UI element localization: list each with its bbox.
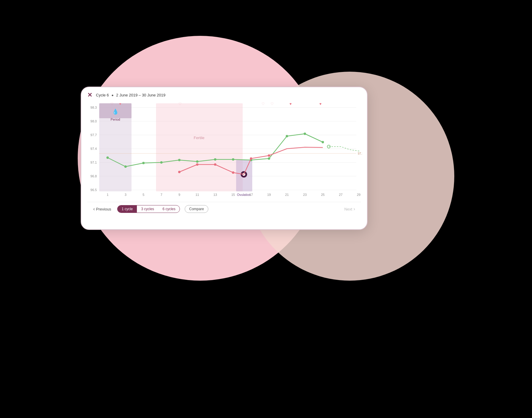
svg-text:15: 15 [231, 193, 235, 196]
svg-text:11: 11 [195, 193, 199, 196]
compare-button[interactable]: Compare [185, 205, 208, 213]
svg-text:29: 29 [357, 193, 360, 196]
next-button[interactable]: Next › [344, 206, 355, 212]
svg-point-47 [178, 171, 181, 173]
svg-text:96.8: 96.8 [91, 174, 97, 178]
svg-text:25: 25 [321, 193, 325, 196]
cycle-title: Cycle 6 2 June 2019 – 30 June 2019 [96, 93, 165, 97]
svg-text:Period: Period [111, 118, 120, 121]
svg-point-48 [196, 163, 198, 166]
chart-header: ✕ Cycle 6 2 June 2019 – 30 June 2019 [87, 92, 361, 98]
svg-text:Fertile: Fertile [194, 136, 204, 140]
svg-point-39 [214, 158, 216, 161]
svg-text:97.4: 97.4 [91, 147, 97, 150]
svg-text:98.3: 98.3 [91, 106, 97, 109]
cycle-dot [112, 95, 113, 96]
svg-text:♡: ♡ [110, 102, 114, 106]
previous-button[interactable]: ‹ Previous [93, 206, 111, 212]
svg-text:5: 5 [143, 193, 144, 196]
svg-text:💧: 💧 [112, 108, 119, 115]
nav-bar: ‹ Previous 1 cycle 3 cycles 6 cycles Com… [87, 202, 361, 216]
svg-rect-18 [156, 103, 243, 191]
svg-point-38 [196, 160, 198, 163]
svg-text:♡: ♡ [178, 102, 182, 106]
cycle-toggle-group: 1 cycle 3 cycles 6 cycles [117, 205, 180, 213]
cycle-6-button[interactable]: 6 cycles [158, 205, 180, 213]
svg-point-43 [286, 135, 288, 137]
svg-point-36 [160, 161, 163, 164]
svg-text:♥: ♥ [289, 102, 291, 106]
svg-point-42 [268, 157, 270, 160]
svg-point-52 [250, 157, 252, 160]
svg-text:♡: ♡ [270, 102, 274, 106]
svg-point-50 [232, 171, 234, 174]
svg-point-33 [106, 156, 109, 159]
svg-text:21: 21 [285, 193, 289, 196]
tablet-frame: ✕ Cycle 6 2 June 2019 – 30 June 2019 98.… [81, 87, 368, 230]
svg-point-34 [124, 165, 127, 168]
close-icon[interactable]: ✕ [87, 92, 92, 98]
chevron-left-icon: ‹ [93, 206, 95, 212]
chart-svg: 98.3 98.0 97.7 97.4 97.1 96.8 96.5 💧 Per… [87, 100, 362, 202]
svg-text:98.0: 98.0 [91, 119, 97, 123]
svg-point-37 [178, 159, 181, 161]
svg-point-45 [322, 141, 324, 143]
next-label: Next [344, 207, 352, 211]
chevron-right-icon: › [354, 206, 355, 212]
chart-container: ✕ Cycle 6 2 June 2019 – 30 June 2019 98.… [81, 87, 367, 229]
svg-point-35 [142, 162, 145, 164]
svg-text:97.37: 97.37 [358, 152, 362, 155]
svg-text:3: 3 [125, 193, 126, 196]
svg-text:19: 19 [267, 193, 271, 196]
previous-label: Previous [96, 207, 111, 211]
svg-text:97.7: 97.7 [91, 133, 97, 137]
svg-text:13: 13 [213, 193, 217, 196]
svg-point-49 [214, 163, 216, 166]
svg-text:17: 17 [249, 193, 253, 196]
svg-text:♥: ♥ [119, 102, 121, 106]
svg-point-53 [268, 154, 270, 157]
svg-text:7: 7 [160, 193, 162, 196]
svg-text:97.1: 97.1 [91, 161, 97, 164]
cycle-3-button[interactable]: 3 cycles [137, 205, 158, 213]
svg-point-40 [232, 158, 234, 161]
svg-text:Ovulation: Ovulation [237, 193, 251, 196]
svg-text:9: 9 [178, 193, 180, 196]
svg-text:♡: ♡ [262, 102, 265, 106]
svg-text:♥: ♥ [319, 102, 321, 106]
svg-point-44 [304, 133, 306, 135]
svg-text:96.5: 96.5 [91, 188, 97, 192]
svg-text:23: 23 [303, 193, 307, 196]
svg-text:1: 1 [107, 193, 108, 196]
cycle-1-button[interactable]: 1 cycle [117, 205, 137, 213]
svg-text:27: 27 [339, 193, 343, 196]
